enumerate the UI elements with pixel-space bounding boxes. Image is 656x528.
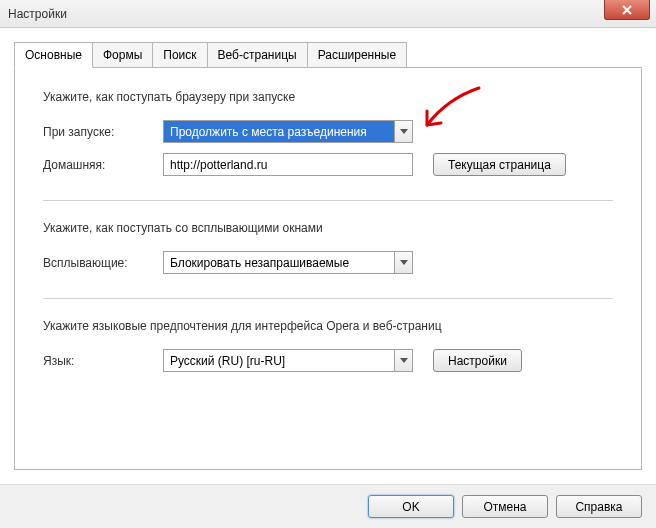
on-start-select[interactable]: Продолжить с места разъединения <box>163 120 413 143</box>
popups-heading: Укажите, как поступать со всплывающими о… <box>43 221 613 235</box>
settings-window: Настройки Основные Формы Поиск Веб-стран… <box>0 0 656 528</box>
close-button[interactable] <box>604 0 650 20</box>
row-popups: Всплывающие: Блокировать незапрашиваемые <box>43 251 613 274</box>
on-start-label: При запуске: <box>43 125 163 139</box>
lang-label: Язык: <box>43 354 163 368</box>
on-start-value: Продолжить с места разъединения <box>170 125 367 139</box>
help-button[interactable]: Справка <box>556 495 642 518</box>
home-input[interactable] <box>163 153 413 176</box>
popups-value: Блокировать незапрашиваемые <box>170 256 349 270</box>
tab-panel-main: Укажите, как поступать браузеру при запу… <box>14 67 642 470</box>
chevron-down-icon <box>394 121 412 142</box>
chevron-down-icon <box>394 350 412 371</box>
popups-label: Всплывающие: <box>43 256 163 270</box>
divider <box>43 200 613 201</box>
home-label: Домашняя: <box>43 158 163 172</box>
tab-search[interactable]: Поиск <box>152 42 207 68</box>
row-on-start: При запуске: Продолжить с места разъедин… <box>43 120 613 143</box>
row-homepage: Домашняя: Текущая страница <box>43 153 613 176</box>
current-page-button[interactable]: Текущая страница <box>433 153 566 176</box>
ok-button[interactable]: OK <box>368 495 454 518</box>
divider <box>43 298 613 299</box>
tab-forms[interactable]: Формы <box>92 42 153 68</box>
language-heading: Укажите языковые предпочтения для интерф… <box>43 319 613 333</box>
titlebar: Настройки <box>0 0 656 28</box>
tab-advanced[interactable]: Расширенные <box>307 42 408 68</box>
cancel-button[interactable]: Отмена <box>462 495 548 518</box>
tabs: Основные Формы Поиск Веб-страницы Расшир… <box>14 42 642 68</box>
tabs-wrap: Основные Формы Поиск Веб-страницы Расшир… <box>14 42 642 470</box>
chevron-down-icon <box>394 252 412 273</box>
row-language: Язык: Русский (RU) [ru-RU] Настройки <box>43 349 613 372</box>
close-icon <box>622 5 632 15</box>
dialog-footer: OK Отмена Справка <box>0 484 656 528</box>
tab-main[interactable]: Основные <box>14 42 93 68</box>
lang-value: Русский (RU) [ru-RU] <box>170 354 285 368</box>
window-title: Настройки <box>8 7 67 21</box>
popups-select[interactable]: Блокировать незапрашиваемые <box>163 251 413 274</box>
lang-select[interactable]: Русский (RU) [ru-RU] <box>163 349 413 372</box>
lang-settings-button[interactable]: Настройки <box>433 349 522 372</box>
content-area: Основные Формы Поиск Веб-страницы Расшир… <box>0 28 656 484</box>
tab-webpages[interactable]: Веб-страницы <box>207 42 308 68</box>
startup-heading: Укажите, как поступать браузеру при запу… <box>43 90 613 104</box>
